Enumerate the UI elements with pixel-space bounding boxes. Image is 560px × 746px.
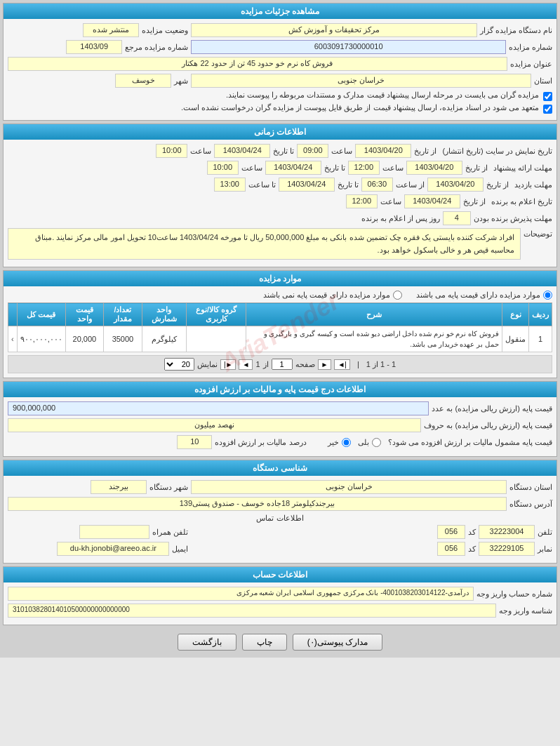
winner-notify-time: 12:00 [346,194,378,208]
details-header: مشاهده جزئیات مزایده [4,4,556,19]
proposal-from-date: 1403/04/20 [406,161,462,175]
details-section: مشاهده جزئیات مزایده نام دستگاه مزایده گ… [3,3,557,121]
agency-contact-row1: تلفن 32223004 کد 056 تلفن همراه [8,525,552,539]
checkbox1[interactable] [543,92,552,101]
agency-title: شناسی دستگاه [253,463,307,473]
account-value: درآمدی-4001038203014122- بانک مرکزی جمهو… [8,587,474,601]
radio-has-price: موارد مزایده دارای قیمت پایه می باشند [416,291,552,300]
email-field: ایمیل du-kh.jonobi@areeo.ac.ir [8,542,188,556]
agency-location-row: استان دستگاه خراسان جنوبی شهر دستگاه بیر… [8,480,552,494]
visit-from-date: 1403/04/20 [427,178,484,192]
pagination-page-label: صفحه [295,360,315,369]
pagination-range: 1 - 1 از 1 [366,360,396,369]
col-rownum: ردیف [529,303,552,326]
to-label1: تا تاریخ [273,147,294,156]
agency-address-value: بیرجندکیلومتر 18جاده خوسف - صندوق پستی13… [8,497,507,511]
radio-has-price-input[interactable] [543,291,552,300]
bank-section: اطلاعات حساب شماره حساب واریز وجه درآمدی… [3,566,557,625]
table-row: 1 منقول فروش کاه نرم خو نرم شده داخل ارا… [8,326,552,352]
vat-yes-radio[interactable] [372,438,381,447]
pagination-first[interactable]: ►| [220,359,236,370]
moavared-table: ردیف نوع شرح گروه کالا/نوع کاربری واحد ش… [8,302,552,352]
mobile-field: تلفن همراه [8,525,188,539]
pagination-total: 1 [255,360,260,368]
proposal-to-date: 1403/04/24 [265,161,321,175]
cell-unit: کیلوگرم [142,326,186,352]
from-label1: از تاریخ [414,147,436,156]
base-price-section: اطلاعات درج قیمت پایه و مالیات بر ارزش ا… [3,381,557,457]
time-label3: از ساعت [396,180,425,189]
pagination-show-label: نمایش [197,360,218,369]
time-label1b: ساعت [190,147,211,156]
pagination-prev[interactable]: ◄ [239,359,253,370]
notes-value: افراد شرکت کننده بایستی یک فقره چک تضمین… [8,228,521,260]
account-label: شماره حساب واریز وجه [476,590,552,599]
col-total: قیمت کل [17,303,65,326]
time-display-row: تاریخ نمایش در سایت (تاریخ انتشار) از تا… [8,144,552,158]
vat-percent-label: درصد مالیات بر ارزش افزوده [215,438,306,447]
email-value: du-kh.jonobi@areeo.ac.ir [57,542,169,556]
contact-title-row: اطلاعات تماس [8,514,552,523]
base-price-title: اطلاعات درج قیمت پایه و مالیات بر ارزش ا… [194,385,366,394]
pagination-row: 1 - 1 از 1 | |◄ ► صفحه از 1 ◄ ►| نمایش 2… [8,355,552,373]
status-value: منتشر شده [83,23,139,37]
cell-desc: فروش کاه نرم خو نرم شده داخل اراضی دیو ش… [246,326,502,352]
base-price-body: قیمت پایه (ارزش ریالی مزایده) به عدد 900… [4,397,556,456]
winner-notify-label: تاریخ اعلام به برنده [491,197,552,206]
province-field: استان خراسان جنوبی [191,74,552,88]
agency-city-value: بیرجند [91,480,147,494]
base-price-row2: قیمت پایه (ارزش ریالی مزایده) به حروف نه… [8,418,552,432]
page-wrapper: مشاهده جزئیات مزایده نام دستگاه مزایده گ… [0,0,560,658]
tel-field: تلفن 32223004 کد 056 [191,525,552,539]
winner-accept-suffix: روز پس از اعلام به برنده [361,214,440,223]
display-from-time: 09:00 [297,144,328,158]
radio-no-price-input[interactable] [393,291,402,300]
tel-code-label: کد [468,528,476,537]
time-visit-row: مهلت بازدید از تاریخ 1403/04/20 از ساعت … [8,178,552,192]
ref-number-field: شماره مزایده مرجع 1403/09 [8,40,188,54]
fax-number: 32229105 [479,542,535,556]
time-header: اطلاعات زمانی [4,124,556,140]
details-row1: نام دستگاه مزایده گزار مرکز تحقیقات و آم… [8,23,552,37]
agency-section: شناسی دستگاه استان دستگاه خراسان جنوبی ش… [3,460,557,564]
time-winner-notify-row: تاریخ اعلام به برنده از تاریخ 1403/04/24… [8,194,552,208]
time-winner-accept-row: مهلت پذیرش برنده بودن 4 روز پس از اعلام … [8,211,552,225]
agency-address-label: آدرس دستگاه [509,500,552,509]
moavared-title: موارد مزایده [259,274,301,284]
cell-action[interactable]: › [8,326,18,352]
print-button[interactable]: چاپ [242,634,287,651]
city-label: شهر [174,76,188,86]
vat-percent-value: 10 [177,435,212,449]
cell-group [186,326,246,352]
province-label: استان [534,76,552,86]
checkbox2[interactable] [543,105,552,114]
agency-header: شناسی دستگاه [4,460,556,476]
pagination-per-page[interactable]: 20 50 100 [164,358,194,371]
agency-province-value: خراسان جنوبی [191,480,507,494]
fax-field: نمابر 32229105 کد 056 [191,542,552,556]
time-proposal-row: مهلت ارائه پیشنهاد از تاریخ 1403/04/20 س… [8,161,552,175]
radio-has-price-label: موارد مزایده دارای قیمت پایه می باشند [416,291,540,300]
col-type: نوع [502,303,529,326]
email-label: ایمیل [172,545,188,554]
proposal-to-time: 10:00 [207,161,239,175]
agency-province-field: استان دستگاه خراسان جنوبی [191,480,552,494]
status-field: وضعیت مزایده منتشر شده [8,23,188,37]
back-button[interactable]: بازگشت [178,634,236,651]
pagination-next[interactable]: ► [318,359,332,370]
documents-button[interactable]: مدارک پیوستی(۰) [293,634,382,651]
display-to-date: 1403/04/24 [214,144,270,158]
title-value: فروش کاه نرم خو حدود 45 تن از حدود 22 هک… [8,57,507,71]
vat-no-radio[interactable] [342,438,351,447]
moavared-body: AriaTender موارد مزایده دارای قیمت پایه … [4,286,556,378]
sheba-row: شناسه واریز وجه 310103828014010500000000… [8,604,552,618]
time-label2b: ساعت [241,164,262,173]
pagination-page-input[interactable] [272,359,293,370]
ref-number-value: 1403/09 [66,40,122,54]
pagination-last[interactable]: |◄ [334,359,350,370]
vat-no-label: خیر [328,438,339,447]
base-price-row1: قیمت پایه (ارزش ریالی مزایده) به عدد 900… [8,401,552,415]
mobile-value [79,525,149,539]
vat-percent-group: درصد مالیات بر ارزش افزوده 10 [177,435,306,449]
display-from-date: 1403/04/20 [355,144,411,158]
